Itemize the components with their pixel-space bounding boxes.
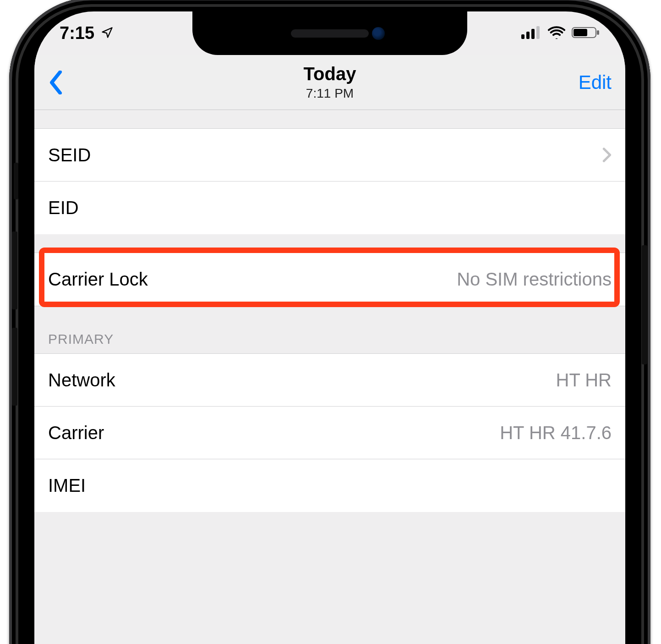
- svg-rect-6: [574, 29, 587, 36]
- volume-down-button: [12, 328, 17, 406]
- row-label: Network: [48, 370, 115, 391]
- status-time: 7:15: [60, 23, 94, 43]
- nav-title: Today 7:11 PM: [34, 64, 625, 101]
- row-eid[interactable]: EID: [34, 182, 625, 234]
- section-header-primary: PRIMARY: [34, 306, 625, 353]
- row-value: HT HR: [556, 370, 612, 391]
- svg-rect-5: [597, 30, 599, 35]
- device-notch: [192, 11, 467, 55]
- back-button[interactable]: [48, 71, 64, 94]
- row-imei[interactable]: IMEI: [34, 459, 625, 512]
- row-carrier-lock[interactable]: Carrier Lock No SIM restrictions: [34, 253, 625, 306]
- speaker-grille: [291, 29, 369, 38]
- row-seid[interactable]: SEID: [34, 129, 625, 182]
- edit-button[interactable]: Edit: [579, 72, 612, 94]
- volume-up-button: [12, 231, 17, 309]
- group-gap: [34, 234, 625, 253]
- row-label: EID: [48, 198, 79, 218]
- row-label: Carrier: [48, 423, 104, 443]
- svg-rect-0: [521, 34, 524, 39]
- power-button: [642, 245, 647, 364]
- location-arrow-icon: [101, 23, 114, 43]
- chevron-right-icon: [602, 147, 612, 163]
- row-label: IMEI: [48, 475, 86, 496]
- row-value: HT HR 41.7.6: [500, 423, 612, 443]
- battery-icon: [572, 23, 600, 43]
- svg-rect-2: [531, 29, 535, 39]
- group-identifiers: SEID EID: [34, 128, 625, 234]
- group-carrier-lock: Carrier Lock No SIM restrictions: [34, 253, 625, 306]
- nav-title-sub: 7:11 PM: [306, 86, 354, 101]
- row-label: SEID: [48, 145, 91, 165]
- front-camera: [372, 27, 385, 40]
- row-label: Carrier Lock: [48, 269, 148, 290]
- row-carrier[interactable]: Carrier HT HR 41.7.6: [34, 407, 625, 459]
- svg-rect-1: [526, 32, 530, 39]
- group-primary: Network HT HR Carrier HT HR 41.7.6 IMEI: [34, 353, 625, 512]
- cellular-signal-icon: [521, 23, 541, 43]
- row-value: No SIM restrictions: [457, 269, 612, 290]
- nav-title-main: Today: [304, 64, 356, 84]
- row-network[interactable]: Network HT HR: [34, 354, 625, 407]
- wifi-icon: [548, 23, 565, 43]
- settings-content[interactable]: SEID EID Carrier Lock No SIM restrict: [34, 110, 625, 644]
- nav-bar: Today 7:11 PM Edit: [34, 55, 625, 110]
- mute-switch: [14, 163, 18, 199]
- svg-rect-3: [536, 26, 540, 39]
